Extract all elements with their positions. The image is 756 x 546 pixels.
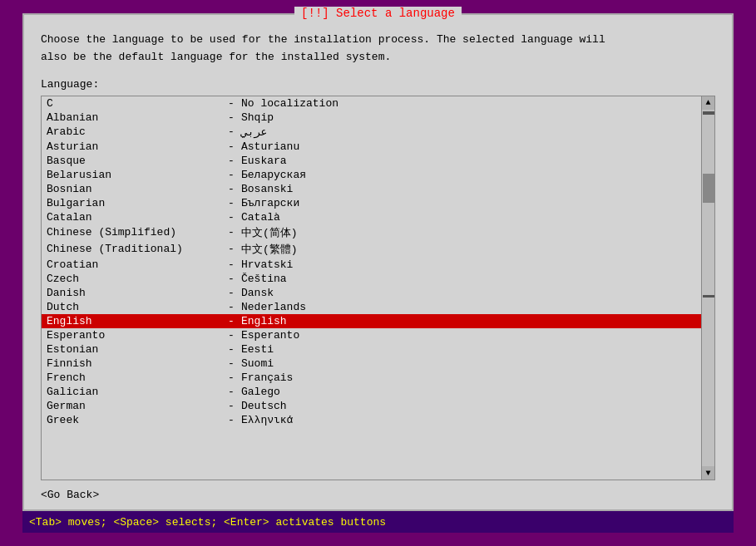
list-item[interactable]: German-Deutsch: [42, 399, 701, 413]
scroll-down-arrow[interactable]: ▼: [702, 466, 715, 480]
lang-separator: -: [221, 400, 241, 412]
scroll-marker-top: [703, 111, 714, 115]
lang-native: Беларуская: [241, 169, 306, 181]
language-list[interactable]: C-No localizationAlbanian-ShqipArabic-عر…: [42, 96, 701, 480]
lang-separator: -: [221, 258, 241, 271]
scroll-track: [702, 110, 714, 466]
list-item[interactable]: Galician-Galego: [42, 385, 701, 399]
list-item[interactable]: Czech-Čeština: [42, 272, 701, 286]
status-bar: <Tab> moves; <Space> selects; <Enter> ac…: [22, 511, 734, 533]
list-item[interactable]: Asturian-Asturianu: [42, 140, 701, 154]
lang-separator: -: [221, 169, 241, 181]
lang-separator: -: [221, 273, 241, 285]
list-area: C-No localizationAlbanian-ShqipArabic-عر…: [41, 96, 715, 480]
lang-separator: -: [221, 329, 241, 342]
lang-name: Greek: [47, 414, 221, 426]
lang-name: Danish: [47, 287, 221, 299]
list-item[interactable]: Arabic-عربي: [42, 125, 701, 140]
lang-native: 中文(繁體): [241, 242, 298, 257]
lang-native: Bosanski: [241, 183, 293, 195]
lang-name: C: [47, 97, 221, 110]
lang-native: Deutsch: [241, 400, 287, 412]
list-item[interactable]: Finnish-Suomi: [42, 357, 701, 371]
lang-name: Catalan: [47, 211, 221, 224]
lang-name: Chinese (Traditional): [47, 243, 221, 255]
lang-separator: -: [221, 371, 241, 384]
lang-separator: -: [221, 414, 241, 426]
lang-separator: -: [221, 315, 241, 327]
lang-name: German: [47, 400, 221, 412]
lang-native: 中文(简体): [241, 225, 298, 240]
lang-separator: -: [221, 343, 241, 356]
lang-native: Čeština: [241, 273, 287, 285]
lang-separator: -: [221, 287, 241, 299]
list-item[interactable]: Danish-Dansk: [42, 286, 701, 300]
lang-name: Croatian: [47, 258, 221, 271]
dialog-footer: <Go Back>: [41, 489, 715, 501]
lang-native: Galego: [241, 386, 280, 398]
list-item[interactable]: Basque-Euskara: [42, 154, 701, 168]
list-item[interactable]: Catalan-Català: [42, 210, 701, 224]
lang-native: عربي: [241, 125, 267, 139]
list-item[interactable]: Bulgarian-Български: [42, 196, 701, 210]
lang-native: Euskara: [241, 155, 287, 167]
description: Choose the language to be used for the i…: [41, 32, 715, 66]
lang-separator: -: [221, 111, 241, 124]
lang-native: Français: [241, 371, 293, 384]
lang-name: Finnish: [47, 357, 221, 370]
list-item[interactable]: Belarusian-Беларуская: [42, 168, 701, 182]
list-item[interactable]: Esperanto-Esperanto: [42, 328, 701, 342]
title-area: [!!] Select a language: [24, 7, 732, 20]
description-line2: also be the default language for the ins…: [41, 49, 715, 66]
lang-native: Nederlands: [241, 301, 306, 313]
list-item[interactable]: Albanian-Shqip: [42, 111, 701, 125]
list-item[interactable]: Bosnian-Bosanski: [42, 182, 701, 196]
lang-native: Ελληνικά: [241, 414, 293, 426]
lang-native: No localization: [241, 97, 338, 110]
lang-separator: -: [221, 357, 241, 370]
lang-separator: -: [221, 301, 241, 313]
lang-name: French: [47, 371, 221, 384]
list-item[interactable]: English-English: [42, 314, 701, 328]
lang-native: Asturianu: [241, 140, 299, 153]
scroll-up-arrow[interactable]: ▲: [702, 96, 715, 110]
lang-separator: -: [221, 183, 241, 195]
lang-native: Eesti: [241, 343, 274, 356]
lang-name: Bulgarian: [47, 197, 221, 209]
lang-native: Esperanto: [241, 329, 299, 342]
go-back-button[interactable]: <Go Back>: [41, 489, 99, 501]
lang-name: Estonian: [47, 343, 221, 356]
list-item[interactable]: Croatian-Hrvatski: [42, 258, 701, 272]
scrollbar[interactable]: ▲ ▼: [701, 96, 714, 480]
lang-separator: -: [221, 155, 241, 167]
lang-name: Chinese (Simplified): [47, 226, 221, 239]
scroll-thumb[interactable]: [703, 174, 714, 203]
scroll-marker-mid: [703, 295, 714, 298]
lang-native: Dansk: [241, 287, 274, 299]
list-item[interactable]: Chinese (Simplified)-中文(简体): [42, 224, 701, 241]
lang-name: English: [47, 315, 221, 327]
lang-separator: -: [221, 226, 241, 239]
lang-name: Dutch: [47, 301, 221, 313]
lang-native: Shqip: [241, 111, 274, 124]
lang-native: Suomi: [241, 357, 274, 370]
lang-separator: -: [221, 197, 241, 209]
lang-name: Czech: [47, 273, 221, 285]
lang-separator: -: [221, 97, 241, 110]
list-item[interactable]: Dutch-Nederlands: [42, 300, 701, 314]
lang-name: Basque: [47, 155, 221, 167]
list-item[interactable]: C-No localization: [42, 96, 701, 111]
list-item[interactable]: French-Français: [42, 371, 701, 385]
lang-separator: -: [221, 386, 241, 398]
lang-name: Belarusian: [47, 169, 221, 181]
description-line1: Choose the language to be used for the i…: [41, 32, 715, 49]
lang-separator: -: [221, 243, 241, 255]
dialog-box: [!!] Select a language Choose the langua…: [22, 13, 734, 511]
list-item[interactable]: Greek-Ελληνικά: [42, 413, 701, 427]
main-window: [!!] Select a language Choose the langua…: [22, 13, 734, 533]
list-item[interactable]: Estonian-Eesti: [42, 342, 701, 357]
dialog-title: [!!] Select a language: [294, 7, 462, 20]
lang-native: Hrvatski: [241, 258, 293, 271]
list-item[interactable]: Chinese (Traditional)-中文(繁體): [42, 241, 701, 258]
outer-bg: [!!] Select a language Choose the langua…: [0, 0, 756, 546]
